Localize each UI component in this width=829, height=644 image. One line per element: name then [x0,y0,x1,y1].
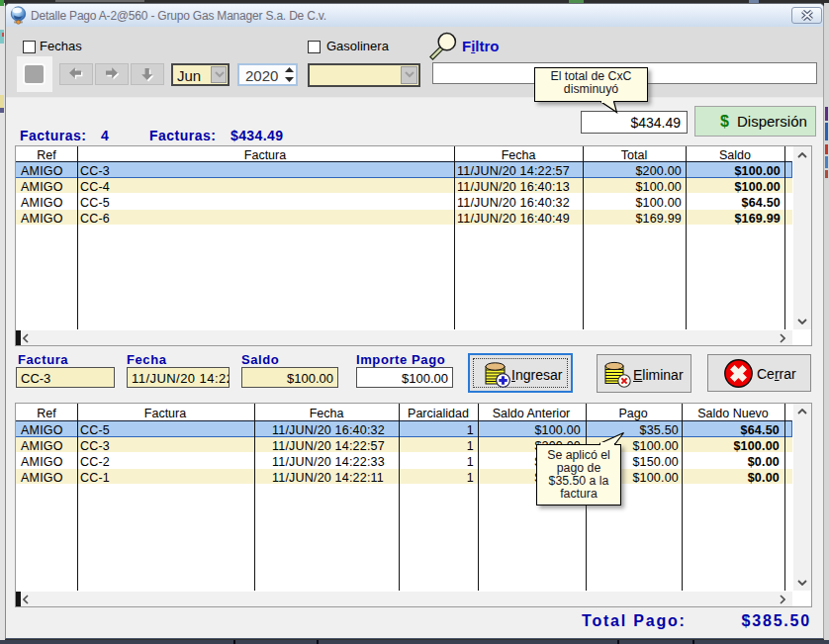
svg-text:$: $ [720,113,729,130]
